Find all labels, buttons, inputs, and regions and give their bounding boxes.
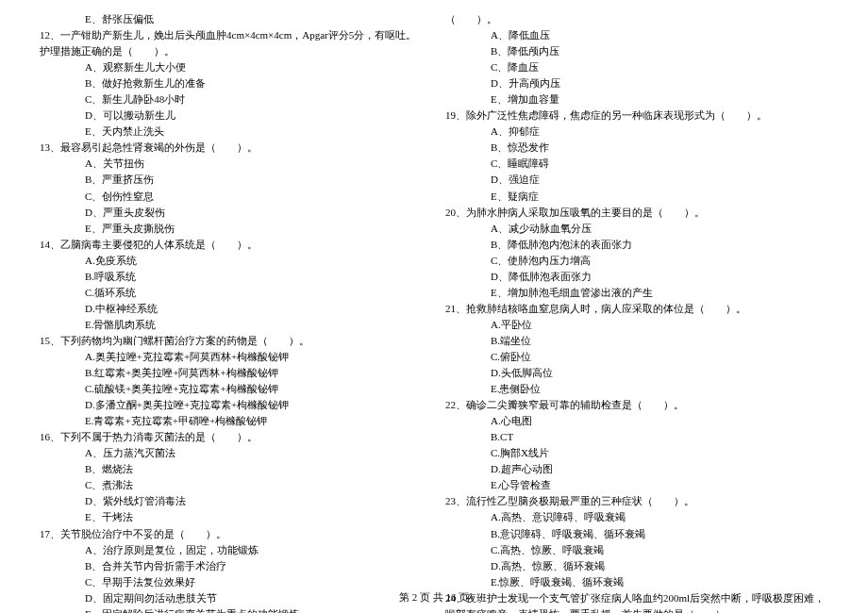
q19-opt-b: B、惊恐发作 <box>445 140 828 156</box>
q23-opt-a: A.高热、意识障碍、呼吸衰竭 <box>445 509 828 525</box>
q19-stem: 19、除外广泛性焦虑障碍，焦虑症的另一种临床表现形式为（ ）。 <box>445 108 828 124</box>
q22-opt-e: E.心导管检查 <box>445 477 828 493</box>
q16-stem: 16、下列不属于热力消毒灭菌法的是（ ）。 <box>40 429 423 445</box>
q16-opt-a: A、压力蒸汽灭菌法 <box>40 445 423 461</box>
q21-opt-a: A.平卧位 <box>445 317 828 333</box>
right-column: （ ）。 A、降低血压 B、降低颅内压 C、降血压 D、升高颅内压 E、增加血容… <box>434 11 840 587</box>
q22-opt-b: B.CT <box>445 429 828 445</box>
q13-opt-e: E、严重头皮撕脱伤 <box>40 221 423 237</box>
q12-opt-c: C、新生儿静卧48小时 <box>40 91 423 108</box>
q20-opt-b: B、降低肺泡内泡沫的表面张力 <box>445 237 828 253</box>
q17-opt-a: A、治疗原则是复位，固定，功能锻炼 <box>40 542 423 558</box>
q13-opt-a: A、关节扭伤 <box>40 156 423 172</box>
q18-opt-b: B、降低颅内压 <box>445 43 828 59</box>
q20-stem: 20、为肺水肿病人采取加压吸氧的主要目的是（ ）。 <box>445 205 828 221</box>
q23-opt-c: C.高热、惊厥、呼吸衰竭 <box>445 542 828 558</box>
q12-opt-a: A、观察新生儿大小便 <box>40 59 423 75</box>
q17-opt-e: E、固定解除后进行病变关节为重点的功能锻炼 <box>40 606 423 613</box>
q17-opt-c: C、早期手法复位效果好 <box>40 574 423 590</box>
q15-opt-a: A.奥美拉唑+克拉霉素+阿莫西林+枸橼酸铋钾 <box>40 349 423 365</box>
q18-opt-e: E、增加血容量 <box>445 91 828 108</box>
q14-opt-c: C.循环系统 <box>40 285 423 301</box>
q23-opt-d: D.高热、惊厥、循环衰竭 <box>445 558 828 574</box>
page-content: E、舒张压偏低 12、一产钳助产新生儿，娩出后头颅血肿4cm×4cm×4cm，A… <box>0 0 868 587</box>
q22-stem: 22、确诊二尖瓣狭窄最可靠的辅助检查是（ ）。 <box>445 397 828 413</box>
q16-opt-e: E、干烤法 <box>40 509 423 525</box>
q21-stem: 21、抢救肺结核咯血窒息病人时，病人应采取的体位是（ ）。 <box>445 301 828 317</box>
q15-opt-c: C.硫酸镁+奥美拉唑+克拉霉素+枸橼酸铋钾 <box>40 381 423 397</box>
q16-opt-d: D、紫外线灯管消毒法 <box>40 493 423 509</box>
q18-cont: （ ）。 <box>445 11 828 27</box>
q21-opt-c: C.俯卧位 <box>445 349 828 365</box>
q22-opt-a: A.心电图 <box>445 413 828 429</box>
q13-opt-d: D、严重头皮裂伤 <box>40 205 423 221</box>
q12-opt-b: B、做好抢救新生儿的准备 <box>40 75 423 91</box>
q17-opt-b: B、合并关节内骨折需手术治疗 <box>40 558 423 574</box>
q18-opt-d: D、升高颅内压 <box>445 75 828 91</box>
q11-opt-e: E、舒张压偏低 <box>40 11 423 27</box>
q23-opt-e: E.惊厥、呼吸衰竭、循环衰竭 <box>445 574 828 590</box>
q21-opt-b: B.端坐位 <box>445 333 828 349</box>
q15-opt-b: B.红霉素+奥美拉唑+阿莫西林+枸橼酸铋钾 <box>40 365 423 381</box>
q13-stem: 13、最容易引起急性肾衰竭的外伤是（ ）。 <box>40 140 423 156</box>
q20-opt-e: E、增加肺泡毛细血管渗出液的产生 <box>445 285 828 301</box>
q15-opt-e: E.青霉素+克拉霉素+甲硝唑+枸橼酸铋钾 <box>40 413 423 429</box>
q19-opt-a: A、抑郁症 <box>445 124 828 140</box>
q21-opt-d: D.头低脚高位 <box>445 365 828 381</box>
q19-opt-d: D、强迫症 <box>445 172 828 188</box>
q14-opt-b: B.呼吸系统 <box>40 269 423 285</box>
q14-opt-d: D.中枢神经系统 <box>40 301 423 317</box>
q12-stem: 12、一产钳助产新生儿，娩出后头颅血肿4cm×4cm×4cm，Apgar评分5分… <box>40 27 423 59</box>
q14-opt-a: A.免疫系统 <box>40 253 423 269</box>
q12-opt-e: E、天内禁止洗头 <box>40 124 423 140</box>
q13-opt-c: C、创伤性窒息 <box>40 189 423 205</box>
q18-opt-a: A、降低血压 <box>445 27 828 43</box>
q16-opt-b: B、燃烧法 <box>40 461 423 477</box>
q23-stem: 23、流行性乙型脑炎极期最严重的三种症状（ ）。 <box>445 493 828 509</box>
q16-opt-c: C、煮沸法 <box>40 477 423 493</box>
q17-opt-d: D、固定期间勿活动患肢关节 <box>40 590 423 606</box>
q14-stem: 14、乙脑病毒主要侵犯的人体系统是（ ）。 <box>40 237 423 253</box>
q22-opt-c: C.胸部X线片 <box>445 445 828 461</box>
q22-opt-d: D.超声心动图 <box>445 461 828 477</box>
q20-opt-a: A、减少动脉血氧分压 <box>445 221 828 237</box>
left-column: E、舒张压偏低 12、一产钳助产新生儿，娩出后头颅血肿4cm×4cm×4cm，A… <box>28 11 434 587</box>
q21-opt-e: E.患侧卧位 <box>445 381 828 397</box>
q14-opt-e: E.骨骼肌肉系统 <box>40 317 423 333</box>
q15-opt-d: D.多潘立酮+奥美拉唑+克拉霉素+枸橼酸铋钾 <box>40 397 423 413</box>
q18-opt-c: C、降血压 <box>445 59 828 75</box>
q13-opt-b: B、严重挤压伤 <box>40 172 423 188</box>
q20-opt-d: D、降低肺泡表面张力 <box>445 269 828 285</box>
q15-stem: 15、下列药物均为幽门螺杆菌治疗方案的药物是（ ）。 <box>40 333 423 349</box>
q24-stem: 24、夜班护士发现一个支气管扩张症病人咯血约200ml后突然中断，呼吸极度困难，… <box>445 590 828 613</box>
q17-stem: 17、关节脱位治疗中不妥的是（ ）。 <box>40 526 423 542</box>
q23-opt-b: B.意识障碍、呼吸衰竭、循环衰竭 <box>445 526 828 542</box>
q12-opt-d: D、可以搬动新生儿 <box>40 108 423 124</box>
q19-opt-c: C、睡眠障碍 <box>445 156 828 172</box>
q19-opt-e: E、疑病症 <box>445 189 828 205</box>
q20-opt-c: C、使肺泡内压力增高 <box>445 253 828 269</box>
